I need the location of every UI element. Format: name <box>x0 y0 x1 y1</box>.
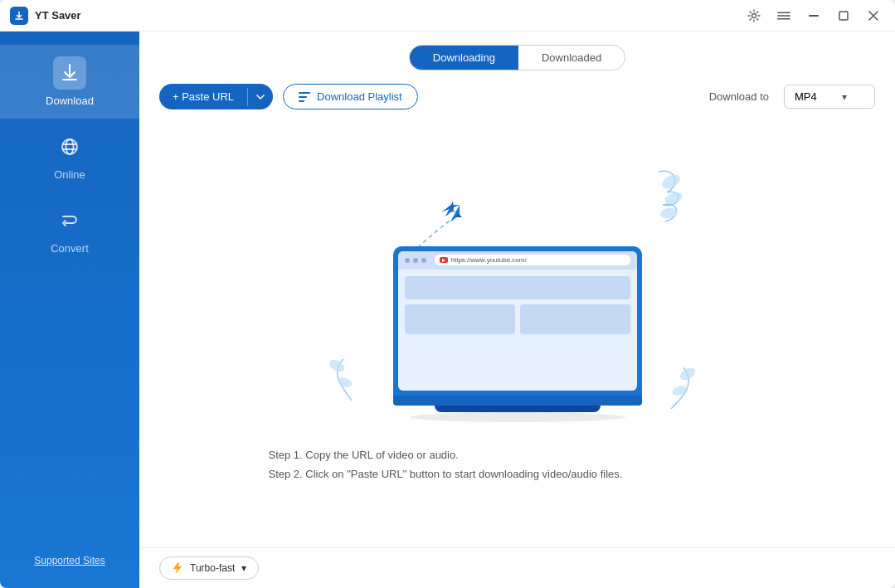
laptop-stand <box>435 406 601 412</box>
main-body: Download Online <box>0 32 895 588</box>
paste-url-button[interactable]: + Paste URL <box>159 84 273 109</box>
step-1-text: Step 1. Copy the URL of video or audio. <box>269 445 766 464</box>
laptop-illustration: https://www.youtube.com/ <box>393 246 642 412</box>
download-playlist-label: Download Playlist <box>317 90 402 103</box>
yt-icon <box>440 257 448 263</box>
supported-sites-link[interactable]: Supported Sites <box>24 550 114 571</box>
turbo-fast-button[interactable]: Turbo-fast ▾ <box>159 556 259 580</box>
tab-downloading[interactable]: Downloading <box>410 46 518 70</box>
convert-icon-wrapper <box>53 204 86 237</box>
sidebar-convert-label: Convert <box>51 242 89 255</box>
content-box-1 <box>405 304 515 334</box>
svg-rect-3 <box>777 15 790 17</box>
bottom-bar: Turbo-fast ▾ <box>139 547 895 588</box>
app-title: YT Saver <box>35 9 742 22</box>
download-to-label: Download to <box>709 90 769 103</box>
online-icon-wrapper <box>53 130 86 163</box>
format-select[interactable]: MP4 ▾ <box>784 85 875 109</box>
app-window: YT Saver <box>0 0 895 588</box>
sidebar-item-convert[interactable]: Convert <box>0 192 139 266</box>
menu-button[interactable] <box>772 6 795 26</box>
download-icon-wrapper <box>53 56 86 90</box>
laptop-shadow <box>410 412 625 422</box>
browser-url-text: https://www.youtube.com/ <box>451 256 527 264</box>
laptop-base <box>393 396 642 406</box>
browser-dot-1 <box>405 258 410 263</box>
sidebar-item-online[interactable]: Online <box>0 119 139 192</box>
svg-point-20 <box>678 365 697 381</box>
svg-rect-4 <box>777 18 790 20</box>
toolbar: + Paste URL Download Playlist Download t… <box>139 70 895 116</box>
svg-rect-11 <box>299 100 304 102</box>
svg-point-1 <box>752 13 756 17</box>
sidebar-item-download[interactable]: Download <box>0 45 139 119</box>
steps-text: Step 1. Copy the URL of video or audio. … <box>269 445 766 484</box>
deco-top-right <box>617 163 683 241</box>
sidebar-download-label: Download <box>46 95 94 107</box>
paste-url-main: + Paste URL <box>159 84 247 109</box>
step-2-text: Step 2. Click on "Paste URL" button to s… <box>269 464 766 484</box>
format-value: MP4 <box>795 90 817 103</box>
content-row-2 <box>405 304 630 334</box>
turbo-arrow: ▾ <box>241 562 246 574</box>
tab-group: Downloading Downloaded <box>409 45 625 70</box>
turbo-label: Turbo-fast <box>190 562 235 574</box>
window-controls <box>742 6 885 26</box>
settings-button[interactable] <box>742 6 766 26</box>
laptop-content <box>398 270 637 341</box>
paste-url-dropdown-arrow[interactable] <box>247 88 273 106</box>
svg-point-21 <box>670 384 687 397</box>
sidebar-footer: Supported Sites <box>0 550 139 588</box>
svg-point-8 <box>66 139 74 154</box>
svg-rect-10 <box>299 96 307 98</box>
laptop-screen-inner: https://www.youtube.com/ <box>398 251 637 391</box>
content-row-1 <box>405 276 630 299</box>
sidebar-online-label: Online <box>54 168 85 181</box>
deco-bottom-left <box>327 343 377 404</box>
illustration-container: https://www.youtube.com/ <box>327 163 708 429</box>
svg-rect-2 <box>777 12 790 13</box>
svg-point-19 <box>336 376 353 389</box>
svg-rect-9 <box>299 92 310 94</box>
sidebar: Download Online <box>0 32 139 588</box>
svg-rect-5 <box>809 15 819 17</box>
app-logo <box>10 7 28 25</box>
svg-point-14 <box>659 207 678 219</box>
deco-bottom-right <box>654 351 700 412</box>
content-area: Downloading Downloaded + Paste URL <box>139 32 895 588</box>
svg-rect-6 <box>839 12 848 20</box>
illustration-area: https://www.youtube.com/ <box>139 116 895 547</box>
maximize-button[interactable] <box>832 6 855 26</box>
tab-downloaded[interactable]: Downloaded <box>518 46 625 70</box>
format-select-arrow: ▾ <box>842 91 847 103</box>
browser-dot-2 <box>413 258 418 263</box>
browser-url-bar: https://www.youtube.com/ <box>435 255 630 265</box>
title-bar: YT Saver <box>0 0 895 32</box>
content-box-2 <box>520 304 630 334</box>
tab-bar: Downloading Downloaded <box>139 32 895 70</box>
svg-point-7 <box>62 139 77 154</box>
close-button[interactable] <box>862 6 885 26</box>
browser-dot-3 <box>421 258 426 263</box>
browser-bar: https://www.youtube.com/ <box>398 251 637 270</box>
download-playlist-button[interactable]: Download Playlist <box>283 84 418 109</box>
laptop-screen-outer: https://www.youtube.com/ <box>393 246 642 396</box>
minimize-button[interactable] <box>802 6 825 26</box>
